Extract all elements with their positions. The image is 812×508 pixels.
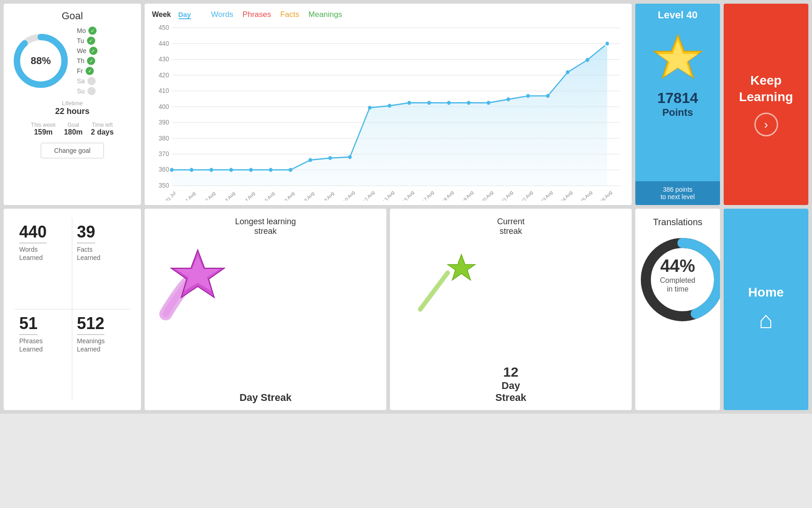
time-left-stat: Time left 2 days bbox=[91, 122, 114, 136]
chart-area: 450 440 430 420 410 400 390 380 370 360 … bbox=[152, 23, 624, 200]
svg-point-35 bbox=[368, 106, 372, 110]
svg-text:24 Aug: 24 Aug bbox=[560, 189, 573, 200]
svg-point-32 bbox=[309, 158, 312, 162]
check-fr: ✓ bbox=[86, 67, 94, 75]
svg-text:380: 380 bbox=[158, 134, 169, 142]
longest-streak-visual: 12 bbox=[152, 236, 379, 392]
lifetime-value: 22 hours bbox=[55, 107, 89, 116]
svg-point-30 bbox=[269, 168, 273, 172]
keep-learning-title: KeepLearning bbox=[739, 72, 793, 106]
svg-point-26 bbox=[190, 168, 194, 172]
stat-phrases-label: PhrasesLearned bbox=[19, 337, 43, 353]
current-streak-title: Currentstreak bbox=[497, 217, 525, 236]
svg-text:440: 440 bbox=[158, 39, 169, 47]
stat-words-label: WordsLearned bbox=[19, 245, 43, 262]
chart-card: Week Day Words Phrases Facts Meanings 45… bbox=[145, 4, 632, 205]
svg-text:26 Aug: 26 Aug bbox=[600, 189, 613, 200]
svg-point-45 bbox=[566, 70, 569, 74]
svg-text:430: 430 bbox=[158, 55, 169, 63]
svg-text:20 Aug: 20 Aug bbox=[481, 189, 494, 200]
svg-text:12 Aug: 12 Aug bbox=[362, 189, 375, 200]
svg-text:25 Aug: 25 Aug bbox=[580, 189, 593, 200]
filter-words[interactable]: Words bbox=[211, 10, 233, 19]
stat-words: 440 WordsLearned bbox=[15, 218, 72, 309]
translations-donut: 44% Completed in time bbox=[637, 234, 719, 316]
stat-phrases: 51 PhrasesLearned bbox=[15, 309, 72, 401]
check-mo: ✓ bbox=[88, 27, 97, 35]
stat-meanings: 512 MeaningsLearned bbox=[72, 309, 130, 401]
change-goal-button[interactable]: Change goal bbox=[41, 143, 103, 158]
chart-header: Week Day Words Phrases Facts Meanings bbox=[152, 10, 624, 19]
svg-text:18 Aug: 18 Aug bbox=[441, 189, 455, 200]
svg-point-39 bbox=[447, 101, 451, 105]
svg-point-29 bbox=[249, 168, 253, 172]
day-th: Th ✓ bbox=[77, 57, 97, 65]
svg-point-36 bbox=[388, 104, 391, 108]
svg-text:2 Aug: 2 Aug bbox=[205, 190, 216, 200]
goal-card: Goal 88% Mo ✓ Tu ✓ bbox=[4, 4, 141, 205]
stat-facts-label: FactsLearned bbox=[77, 245, 100, 262]
svg-point-38 bbox=[428, 101, 431, 105]
svg-point-37 bbox=[407, 101, 411, 105]
svg-point-40 bbox=[467, 101, 471, 105]
translations-card: Translations 44% Completed in time bbox=[635, 209, 720, 410]
keep-learning-card[interactable]: KeepLearning › bbox=[724, 4, 808, 205]
svg-text:8 Aug: 8 Aug bbox=[303, 190, 315, 200]
goal-stat: Goal 180m bbox=[64, 122, 83, 136]
level-card: Level 40 17814 Points 386 points to next… bbox=[635, 4, 720, 205]
stat-meanings-num: 512 bbox=[77, 314, 104, 335]
longest-streak-card: Longest learningstreak 12 Day Streak bbox=[145, 209, 386, 410]
svg-point-41 bbox=[487, 101, 490, 105]
svg-text:31 Jul: 31 Jul bbox=[165, 190, 177, 200]
svg-text:400: 400 bbox=[158, 103, 169, 110]
svg-text:420: 420 bbox=[158, 71, 169, 79]
current-streak-footer: 12 Day Streak bbox=[495, 364, 526, 404]
home-icon: ⌂ bbox=[759, 306, 773, 334]
svg-text:10 Aug: 10 Aug bbox=[342, 189, 356, 200]
svg-marker-72 bbox=[658, 40, 698, 76]
home-card[interactable]: Home ⌂ bbox=[724, 209, 808, 410]
svg-point-42 bbox=[506, 97, 510, 102]
day-fr: Fr ✓ bbox=[77, 67, 97, 75]
check-tu: ✓ bbox=[87, 37, 95, 45]
level-next: 386 points to next level bbox=[635, 181, 720, 205]
svg-text:15 Aug: 15 Aug bbox=[401, 189, 415, 200]
empty-sa bbox=[87, 77, 96, 85]
check-we: ✓ bbox=[89, 47, 97, 55]
filter-facts[interactable]: Facts bbox=[280, 10, 299, 19]
tab-week[interactable]: Week bbox=[152, 11, 171, 19]
level-title: Level 40 bbox=[635, 4, 720, 27]
stats-card: 440 WordsLearned 39 FactsLearned 51 Phra… bbox=[4, 209, 141, 410]
day-tu: Tu ✓ bbox=[77, 37, 97, 45]
stat-words-num: 440 bbox=[19, 222, 47, 243]
svg-text:410: 410 bbox=[158, 86, 169, 94]
stat-facts: 39 FactsLearned bbox=[72, 218, 130, 309]
svg-text:370: 370 bbox=[158, 150, 169, 157]
svg-point-46 bbox=[585, 58, 589, 62]
day-sa: Sa bbox=[77, 77, 97, 85]
svg-text:1 Aug: 1 Aug bbox=[185, 190, 196, 200]
svg-marker-24 bbox=[172, 43, 607, 185]
tab-day[interactable]: Day bbox=[179, 11, 191, 19]
svg-marker-75 bbox=[448, 254, 475, 280]
day-we: We ✓ bbox=[77, 47, 97, 55]
svg-text:5 Aug: 5 Aug bbox=[264, 190, 276, 200]
svg-point-33 bbox=[328, 156, 332, 160]
longest-streak-title: Longest learningstreak bbox=[235, 217, 296, 236]
lifetime-section: Lifetime 22 hours bbox=[55, 100, 89, 116]
svg-point-47 bbox=[605, 41, 610, 46]
stat-facts-num: 39 bbox=[77, 222, 95, 243]
longest-streak-footer: Day Streak bbox=[239, 392, 292, 404]
svg-point-27 bbox=[210, 168, 213, 172]
filter-phrases[interactable]: Phrases bbox=[243, 10, 271, 19]
svg-text:3 Aug: 3 Aug bbox=[224, 190, 236, 200]
svg-point-34 bbox=[348, 155, 352, 159]
stat-phrases-num: 51 bbox=[19, 314, 38, 335]
svg-text:360: 360 bbox=[158, 166, 169, 173]
translations-label: 44% Completed in time bbox=[657, 256, 698, 293]
this-week-stat: This week 159m bbox=[31, 122, 56, 136]
svg-text:17 Aug: 17 Aug bbox=[422, 189, 435, 200]
arrow-circle[interactable]: › bbox=[754, 113, 778, 136]
filter-meanings[interactable]: Meanings bbox=[309, 10, 342, 19]
chart-filter: Words Phrases Facts Meanings bbox=[211, 10, 342, 19]
